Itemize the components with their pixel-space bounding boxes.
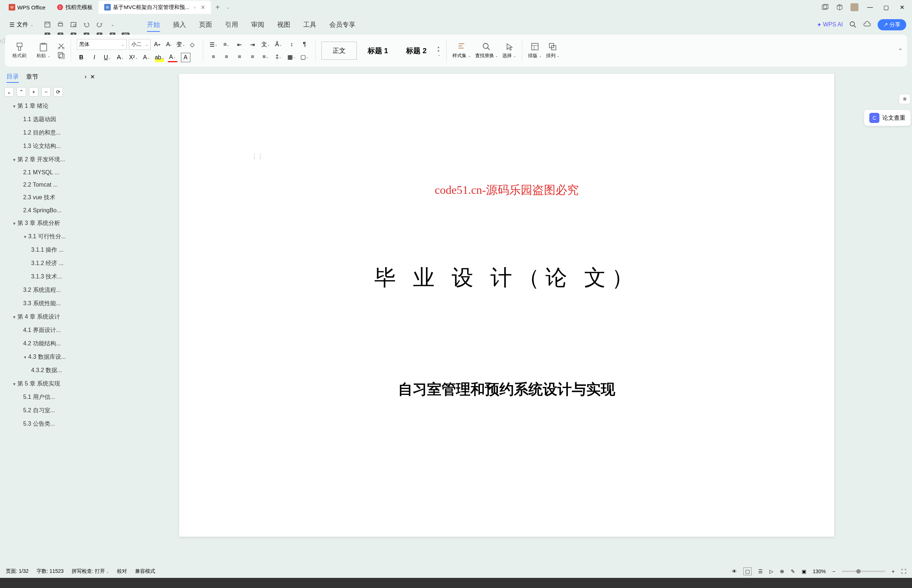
tab-close-icon[interactable]: ✕ [201,4,205,11]
tab-document[interactable]: W 基于MVC框架自习室管理和预... ▫ ✕ [99,1,211,14]
drag-handle-icon[interactable]: ⋮⋮ [251,153,263,160]
clear-format-icon[interactable]: ◇ [188,40,197,49]
toc-caret-icon[interactable]: ▼ [12,221,17,226]
menu-tab-4[interactable]: 审阅R [251,20,264,29]
style-heading2[interactable]: 标题 2 [399,43,434,58]
toc-item[interactable]: 5.2 自习室... [3,404,99,417]
italic-icon[interactable]: I [90,53,99,62]
strikethrough-icon[interactable]: A ⌄ [116,53,125,62]
menu-tab-6[interactable]: 工具L [303,20,316,29]
bold-icon[interactable]: B [77,53,86,62]
refresh-icon[interactable]: ⟳ [53,87,63,97]
menu-tab-7[interactable]: 会员专享K [329,20,355,29]
minimize-icon[interactable]: — [866,3,874,11]
distribute-icon[interactable]: ≡ ⌄ [261,52,271,61]
format-painter-group[interactable]: 格式刷 [10,42,29,59]
toc-caret-icon[interactable]: ▼ [12,104,17,108]
toc-item[interactable]: 4.3.2 数据... [3,364,99,377]
style-down-icon[interactable]: ▾ [437,49,441,53]
toc-item[interactable]: 5.1 用户信... [3,391,99,404]
toc-item[interactable]: 2.2 Tomcat ... [3,179,99,191]
page-view-icon[interactable]: ▢ [744,567,752,575]
toc-item[interactable]: ▼第 5 章 系统实现 [3,377,99,391]
font-size-select[interactable]: 小二⌄ [129,39,151,50]
highlight-icon[interactable]: ab ⌄ [155,53,164,62]
customize-icon[interactable]: 00 [121,21,130,29]
new-tab-button[interactable]: + [211,3,224,11]
remove-icon[interactable]: − [41,87,51,97]
find-replace-button[interactable]: 查找替换 ⌄ [475,42,498,59]
page-indicator[interactable]: 页面: 1/32 [6,568,29,575]
style-body[interactable]: 正文 [321,42,357,60]
eye-icon[interactable]: 👁 [732,569,737,574]
toc-item[interactable]: ▼4.3 数据库设... [3,351,99,364]
share-button[interactable]: ↗分享 [878,19,906,31]
tab-menu-dropdown[interactable]: ⌄ [226,5,230,10]
char-border-icon[interactable]: A [181,53,190,62]
review-status[interactable]: 校对 [117,568,127,575]
paste-group[interactable]: 粘贴 ⌄ [34,42,53,59]
spell-check-status[interactable]: 拼写检查: 打开 ⌄ [72,568,109,575]
toc-item[interactable]: 2.4 SpringBo... [3,204,99,216]
undo-icon[interactable]: 4 [83,21,91,29]
show-marks-icon[interactable]: ¶ [300,40,309,49]
font-color-icon[interactable]: A ⌄ [168,53,177,62]
align-left-icon[interactable]: ≡ [209,52,218,61]
text-direction-icon[interactable]: 文 ⌄ [261,40,271,49]
arrange-button[interactable]: 排列 ⌄ [546,42,560,59]
redo-icon[interactable]: 5 [96,21,104,29]
fullscreen-icon[interactable]: ⛶ [901,569,906,574]
tab-wps-home[interactable]: W WPS Office [3,1,51,14]
underline-icon[interactable]: U ⌄ [103,53,112,62]
style-up-icon[interactable]: ▴ [437,45,441,49]
toc-item[interactable]: 1.1 选题动因 [3,113,99,126]
toc-caret-icon[interactable]: ▼ [23,235,28,239]
maximize-icon[interactable]: ▢ [881,3,890,11]
draft-view-icon[interactable]: ✎ [791,569,795,574]
select-button[interactable]: 选择 ⌄ [502,42,516,59]
style-more-icon[interactable]: ⌄ [437,53,441,57]
thesis-check-button[interactable]: C 论文查重 [864,110,910,126]
align-center-icon[interactable]: ≡ [222,52,231,61]
tab-templates[interactable]: D 找稻壳模板 [51,1,99,14]
sort-icon[interactable]: ↕ [287,40,296,49]
grow-font-icon[interactable]: A+ [153,40,162,49]
font-family-select[interactable]: 黑体⌄ [77,39,127,50]
sidebar-tab-toc[interactable]: 目录 [6,71,19,83]
toc-item[interactable]: 3.1.1 操作 ... [3,243,99,257]
compat-mode[interactable]: 兼容模式 [135,568,155,575]
toc-item[interactable]: 5.3 公告类... [3,417,99,431]
word-count[interactable]: 字数: 11523 [37,568,64,575]
cube-icon[interactable] [836,3,843,11]
file-menu[interactable]: ☰ 文件 ⌄ F [6,19,37,30]
tab-window-icon[interactable]: ▫ [194,4,196,10]
wps-ai-button[interactable]: ✦WPS AI [817,21,843,28]
print-preview-icon[interactable]: 3 [70,21,78,29]
number-list-icon[interactable]: ≡ ⌄ [222,40,231,49]
line-spacing-icon[interactable]: ‡ ⌄ [274,52,283,61]
sidebar-next-icon[interactable]: › [85,73,86,80]
shading-icon[interactable]: ▦ ⌄ [287,52,296,61]
document-canvas[interactable]: ⋮⋮ code51.cn-源码乐园盗图必究 毕 业 设 计（论 文） 自习室管理… [101,66,912,575]
cut-icon[interactable] [58,42,65,50]
pinyin-icon[interactable]: 变 ⌄ [176,40,185,49]
reading-view-icon[interactable]: ▷ [769,569,773,574]
menu-tab-5[interactable]: 视图W [277,20,290,29]
toc-item[interactable]: 1.3 论文结构... [3,140,99,153]
zoom-out-icon[interactable]: − [833,569,835,574]
menu-tab-3[interactable]: 引用S [225,20,238,29]
windows-taskbar[interactable] [0,578,912,588]
print-icon[interactable]: 2 [57,21,65,29]
style-heading1[interactable]: 标题 1 [360,43,395,58]
toc-caret-icon[interactable]: ▼ [12,382,17,386]
toc-item[interactable]: ▼3.1 可行性分... [3,230,99,243]
align-right-icon[interactable]: ≡ [235,52,244,61]
panel-collapse-icon[interactable]: ≡ [899,94,910,104]
toc-item[interactable]: ▼第 2 章 开发环境... [3,153,99,166]
toc-item[interactable]: 3.2 系统流程... [3,284,99,297]
styleset-button[interactable]: 样式集 ⌄ [452,42,471,59]
toc-item[interactable]: 3.1.3 技术... [3,270,99,284]
bullet-list-icon[interactable]: ☰ ⌄ [209,40,218,49]
zoom-in-icon[interactable]: + [892,569,895,574]
add-icon[interactable]: + [29,87,38,97]
